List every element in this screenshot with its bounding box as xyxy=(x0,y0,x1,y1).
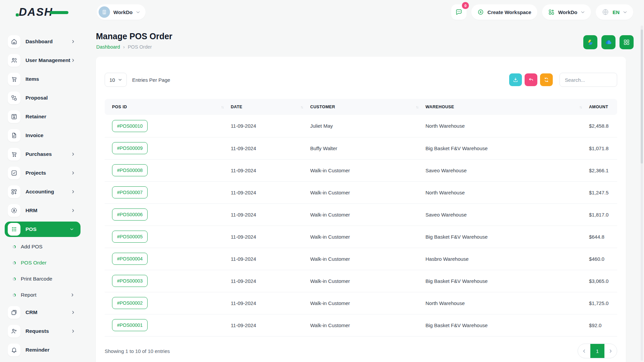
sidebar-item-crm[interactable]: CRM xyxy=(0,303,91,322)
messages-button[interactable]: 0 xyxy=(451,4,467,20)
sidebar-item-accounting[interactable]: Accounting xyxy=(0,182,91,201)
pagination-next-button[interactable] xyxy=(604,344,617,358)
cell-customer: Walk-in Customer xyxy=(310,314,426,336)
search-input[interactable] xyxy=(559,73,617,87)
sidebar-item-reminder[interactable]: Reminder xyxy=(0,341,91,359)
column-header-pos-id[interactable]: POS ID↑↓ xyxy=(105,99,231,115)
cell-warehouse: Big Basket F&V Warehouse xyxy=(426,314,589,336)
table-row: #POS0001011-09-2024Juliet MayNorth Wareh… xyxy=(105,115,617,137)
chevron-right-icon xyxy=(70,293,74,297)
entries-per-page-select[interactable]: 10 xyxy=(105,73,127,87)
cell-date: 11-09-2024 xyxy=(231,314,310,336)
invoice-icon xyxy=(8,129,20,142)
google-drive-button[interactable] xyxy=(583,35,597,49)
scrollbar-thumb[interactable] xyxy=(641,29,643,164)
sort-icon[interactable]: ↑↓ xyxy=(301,105,303,109)
pos-id-link[interactable]: #POS00007 xyxy=(112,186,148,198)
sidebar-subitem-print-barcode[interactable]: Print Barcode xyxy=(0,271,91,287)
cell-warehouse: North Warehouse xyxy=(426,181,589,203)
pos-id-link[interactable]: #POS00010 xyxy=(112,120,148,132)
chevron-down-icon xyxy=(623,10,627,14)
cell-customer: Walk-in Customer xyxy=(310,248,426,270)
sort-icon[interactable]: ↑↓ xyxy=(416,105,418,109)
sidebar-item-user-management[interactable]: User Management xyxy=(0,51,91,70)
sidebar-subitem-label: Print Barcode xyxy=(21,276,52,282)
sidebar-item-proposal[interactable]: Proposal xyxy=(0,88,91,107)
sidebar-subitem-report[interactable]: Report xyxy=(0,287,91,303)
pos-id-link[interactable]: #POS00001 xyxy=(112,319,148,331)
sidebar-item-requests[interactable]: Requests xyxy=(0,322,91,341)
onedrive-button[interactable] xyxy=(601,35,615,49)
chat-icon xyxy=(455,8,463,16)
chevron-right-icon xyxy=(71,329,75,333)
cell-date: 11-09-2024 xyxy=(231,115,310,137)
export-button[interactable] xyxy=(509,73,522,86)
cart-icon xyxy=(8,73,20,85)
sidebar-item-retainer[interactable]: Retainer xyxy=(0,107,91,126)
cell-warehouse: Saveo Warehouse xyxy=(426,159,589,181)
sidebar-item-label: Projects xyxy=(25,170,46,176)
cell-amount: $2,458.8 xyxy=(589,115,617,137)
breadcrumb-dashboard[interactable]: Dashboard xyxy=(96,44,120,50)
sidebar-item-hrm[interactable]: HRM xyxy=(0,201,91,220)
cell-amount: $1,817.0 xyxy=(589,203,617,226)
sidebar-item-projects[interactable]: Projects xyxy=(0,164,91,182)
sidebar: DashboardUser ManagementItemsProposalRet… xyxy=(0,24,91,362)
cell-customer: Walk-in Customer xyxy=(310,203,426,226)
cell-warehouse: Big Basket F&V Warehouse xyxy=(426,226,589,248)
cell-amount: $3,065.0 xyxy=(589,270,617,292)
undo-button[interactable] xyxy=(525,73,537,86)
chevron-right-icon xyxy=(71,58,75,62)
column-header-customer[interactable]: CUSTOMER↑↓ xyxy=(310,99,426,115)
sidebar-subitem-label: POS Order xyxy=(21,260,47,266)
sort-icon[interactable]: ↑↓ xyxy=(221,105,223,109)
sidebar-subitem-pos-order[interactable]: POS Order xyxy=(0,255,91,271)
table-row: #POS0000811-09-2024Walk-in CustomerSaveo… xyxy=(105,159,617,181)
app-logo[interactable]: DASH xyxy=(19,5,76,19)
sidebar-item-pos[interactable]: POS xyxy=(5,222,80,237)
sidebar-item-invoice[interactable]: Invoice xyxy=(0,126,91,145)
pos-order-card: 10 Entries Per Page POS ID↑↓DATE↑↓CUSTOM… xyxy=(96,57,626,362)
breadcrumb: Dashboard›POS Order xyxy=(96,44,152,50)
pos-id-link[interactable]: #POS00009 xyxy=(112,142,148,154)
table-footer: Showing 1 to 10 of 10 entries 1 xyxy=(105,344,617,358)
scrollbar-track xyxy=(641,25,643,361)
entries-per-page-value: 10 xyxy=(109,77,115,83)
hrm-icon xyxy=(8,204,20,217)
check-square-icon xyxy=(8,167,20,179)
refresh-button[interactable] xyxy=(540,73,553,86)
user-plus-icon xyxy=(8,325,20,338)
table-row: #POS0000711-09-2024Walk-in CustomerNorth… xyxy=(105,181,617,203)
pos-id-link[interactable]: #POS00005 xyxy=(112,231,148,243)
grid-view-button[interactable] xyxy=(620,35,634,49)
sidebar-item-items[interactable]: Items xyxy=(0,70,91,88)
chevron-down-icon xyxy=(118,78,122,82)
onedrive-icon xyxy=(605,39,612,46)
sidebar-subitem-add-pos[interactable]: Add POS xyxy=(0,239,91,255)
sidebar-subitem-label: Report xyxy=(21,292,37,298)
cell-date: 11-09-2024 xyxy=(231,270,310,292)
language-selector[interactable]: EN xyxy=(596,4,633,20)
pos-id-link[interactable]: #POS00004 xyxy=(112,253,148,265)
sort-icon[interactable]: ↑↓ xyxy=(579,105,582,109)
sidebar-item-dashboard[interactable]: Dashboard xyxy=(0,32,91,51)
create-workspace-button[interactable]: Create Workspace xyxy=(471,4,537,20)
pos-id-link[interactable]: #POS00006 xyxy=(112,208,148,221)
workspace-switcher[interactable]: WorkDo xyxy=(97,4,146,20)
pagination-current-page[interactable]: 1 xyxy=(590,344,604,358)
chevron-right-icon xyxy=(71,171,75,175)
table-toolbar xyxy=(509,73,617,87)
logo-bar xyxy=(50,11,68,14)
accounting-icon xyxy=(8,185,20,198)
sidebar-item-label: Purchases xyxy=(25,151,52,157)
cell-date: 11-09-2024 xyxy=(231,226,310,248)
column-header-date[interactable]: DATE↑↓ xyxy=(231,99,310,115)
column-header-warehouse[interactable]: WAREHOUSE↑↓ xyxy=(426,99,589,115)
sidebar-item-purchases[interactable]: Purchases xyxy=(0,145,91,164)
table-row: #POS0000511-09-2024Walk-in CustomerBig B… xyxy=(105,226,617,248)
workdo-menu-button[interactable]: WorkDo xyxy=(542,4,591,20)
pagination-prev-button[interactable] xyxy=(578,344,590,358)
pos-id-link[interactable]: #POS00008 xyxy=(112,164,148,176)
pos-id-link[interactable]: #POS00002 xyxy=(112,297,148,309)
pos-id-link[interactable]: #POS00003 xyxy=(112,275,148,287)
